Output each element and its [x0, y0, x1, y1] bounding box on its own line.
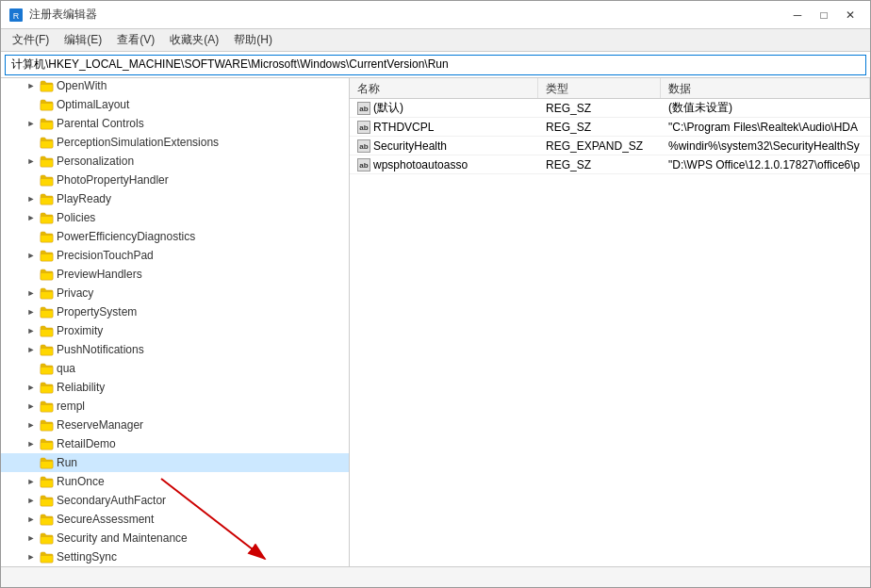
tree-expand-arrow[interactable]: ►	[24, 474, 39, 489]
tree-expand-arrow[interactable]	[24, 229, 39, 244]
folder-icon	[39, 116, 54, 131]
menu-edit[interactable]: 编辑(E)	[57, 30, 109, 50]
tree-expand-arrow[interactable]: ►	[24, 248, 39, 263]
tree-item[interactable]: PreviewHandlers	[1, 265, 349, 284]
tree-item[interactable]: ►SecureAssessment	[1, 510, 349, 529]
menu-view[interactable]: 查看(V)	[109, 30, 162, 50]
tree-expand-arrow[interactable]	[24, 172, 39, 188]
menu-favorites[interactable]: 收藏夹(A)	[162, 30, 226, 50]
tree-expand-arrow[interactable]: ►	[24, 436, 39, 451]
tree-item-label: PerceptionSimulationExtensions	[57, 136, 219, 149]
tree-item[interactable]: qua	[1, 359, 349, 378]
folder-icon	[39, 531, 54, 546]
col-header-data[interactable]: 数据	[661, 78, 870, 98]
tree-item[interactable]: ►Parental Controls	[1, 114, 349, 133]
tree-item[interactable]: ►PushNotifications	[1, 340, 349, 359]
tree-expand-arrow[interactable]	[24, 455, 39, 470]
menu-file[interactable]: 文件(F)	[5, 30, 57, 50]
menu-bar: 文件(F) 编辑(E) 查看(V) 收藏夹(A) 帮助(H)	[1, 29, 870, 52]
table-row[interactable]: ab(默认)REG_SZ(数值未设置)	[350, 99, 870, 118]
tree-expand-arrow[interactable]: ►	[24, 493, 39, 508]
tree-item[interactable]: PerceptionSimulationExtensions	[1, 133, 349, 152]
tree-expand-arrow[interactable]: ►	[24, 116, 39, 131]
registry-tree[interactable]: ►OOBE►OpenWithOptimalLayout►Parental Con…	[1, 78, 350, 566]
cell-data: "C:\Program Files\Realtek\Audio\HDA	[661, 119, 870, 136]
close-button[interactable]: ✕	[838, 5, 863, 25]
address-input[interactable]	[5, 55, 866, 75]
col-header-name[interactable]: 名称	[350, 78, 538, 98]
tree-expand-arrow[interactable]: ►	[24, 549, 39, 564]
folder-icon	[39, 493, 54, 508]
cell-type: REG_SZ	[538, 119, 661, 136]
tree-item[interactable]: ►PrecisionTouchPad	[1, 246, 349, 265]
tree-expand-arrow[interactable]	[24, 135, 39, 150]
main-content: ►OOBE►OpenWithOptimalLayout►Parental Con…	[1, 78, 870, 566]
folder-icon	[39, 248, 54, 263]
folder-icon	[39, 512, 54, 527]
cell-name: abSecurityHealth	[350, 137, 538, 155]
col-header-type[interactable]: 类型	[538, 78, 661, 98]
tree-item[interactable]: ►PlayReady	[1, 189, 349, 208]
folder-icon	[39, 323, 54, 338]
table-row[interactable]: abSecurityHealthREG_EXPAND_SZ%windir%\sy…	[350, 137, 870, 155]
tree-expand-arrow[interactable]	[24, 97, 39, 112]
tree-expand-arrow[interactable]: ►	[24, 531, 39, 546]
tree-expand-arrow[interactable]: ►	[24, 512, 39, 527]
tree-item[interactable]: ►Personalization	[1, 152, 349, 171]
registry-editor-window: R 注册表编辑器 ─ □ ✕ 文件(F) 编辑(E) 查看(V) 收藏夹(A) …	[0, 0, 871, 588]
tree-item[interactable]: ►Policies	[1, 208, 349, 227]
tree-expand-arrow[interactable]	[24, 361, 39, 376]
tree-item[interactable]: ►ReserveManager	[1, 416, 349, 434]
address-bar	[1, 52, 870, 78]
tree-item[interactable]: Run	[1, 453, 349, 472]
minimize-button[interactable]: ─	[785, 5, 810, 25]
tree-item[interactable]: ►Reliability	[1, 378, 349, 397]
tree-item[interactable]: PhotoPropertyHandler	[1, 171, 349, 189]
table-row[interactable]: abwpsphotoautoassoREG_SZ"D:\WPS Office\1…	[350, 155, 870, 174]
tree-item[interactable]: ►PropertySystem	[1, 302, 349, 321]
tree-item[interactable]: ►OpenWith	[1, 78, 349, 95]
tree-item[interactable]: ►Security and Maintenance	[1, 529, 349, 547]
tree-item[interactable]: ►Privacy	[1, 284, 349, 302]
tree-item[interactable]: PowerEfficiencyDiagnostics	[1, 227, 349, 246]
tree-expand-arrow[interactable]: ►	[24, 399, 39, 414]
tree-expand-arrow[interactable]: ►	[24, 323, 39, 338]
folder-icon	[39, 342, 54, 357]
tree-expand-arrow[interactable]: ►	[24, 191, 39, 206]
folder-icon	[39, 154, 54, 169]
folder-icon	[39, 191, 54, 206]
folder-icon	[39, 399, 54, 414]
tree-item-label: PlayReady	[57, 192, 111, 205]
tree-item[interactable]: ►RetailDemo	[1, 434, 349, 453]
tree-item-label: PushNotifications	[57, 343, 144, 356]
tree-item-label: PropertySystem	[57, 305, 137, 318]
tree-expand-arrow[interactable]: ►	[24, 342, 39, 357]
folder-icon	[39, 172, 54, 188]
title-bar: R 注册表编辑器 ─ □ ✕	[1, 1, 870, 29]
tree-item[interactable]: ►SecondaryAuthFactor	[1, 491, 349, 510]
table-row[interactable]: abRTHDVCPLREG_SZ"C:\Program Files\Realte…	[350, 118, 870, 137]
tree-item[interactable]: ►Proximity	[1, 321, 349, 340]
tree-item[interactable]: ►SettingSync	[1, 547, 349, 566]
table-header: 名称 类型 数据	[350, 78, 870, 99]
title-controls: ─ □ ✕	[785, 5, 863, 25]
tree-expand-arrow[interactable]: ►	[24, 380, 39, 395]
tree-expand-arrow[interactable]: ►	[24, 304, 39, 319]
tree-expand-arrow[interactable]: ►	[24, 78, 39, 93]
folder-icon	[39, 474, 54, 489]
tree-expand-arrow[interactable]	[24, 267, 39, 282]
cell-data: (数值未设置)	[661, 99, 870, 118]
tree-expand-arrow[interactable]: ►	[24, 210, 39, 225]
tree-item[interactable]: OptimalLayout	[1, 95, 349, 114]
menu-help[interactable]: 帮助(H)	[226, 30, 280, 50]
window-title: 注册表编辑器	[29, 7, 97, 23]
tree-item[interactable]: ►RunOnce	[1, 472, 349, 491]
folder-icon	[39, 78, 54, 93]
folder-icon	[39, 229, 54, 244]
maximize-button[interactable]: □	[812, 5, 836, 25]
tree-expand-arrow[interactable]: ►	[24, 286, 39, 301]
tree-item-label: Security and Maintenance	[57, 531, 188, 545]
tree-expand-arrow[interactable]: ►	[24, 417, 39, 433]
tree-item[interactable]: ►rempl	[1, 397, 349, 416]
tree-expand-arrow[interactable]: ►	[24, 154, 39, 169]
